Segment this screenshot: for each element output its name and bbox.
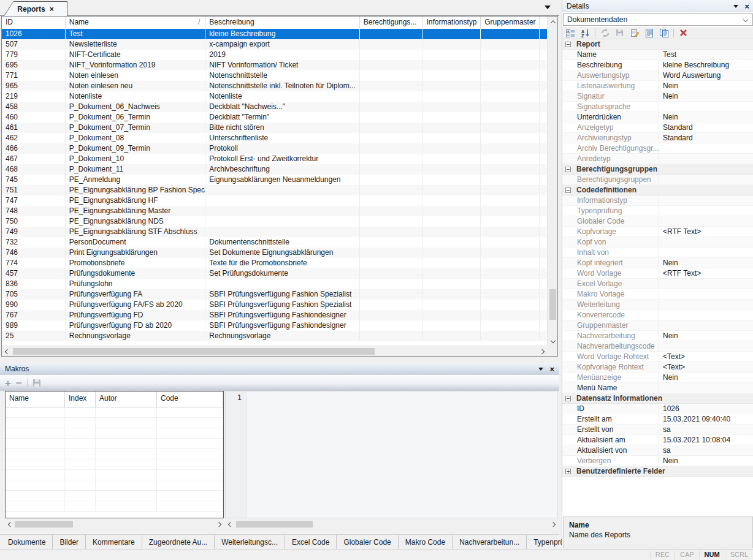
section-header-report[interactable]: Report xyxy=(562,39,753,50)
scroll-left-arrow[interactable] xyxy=(5,520,15,529)
makros-panel-titlebar[interactable]: Makros × xyxy=(0,363,559,375)
makro-code-editor[interactable]: 1 xyxy=(225,391,558,518)
table-row[interactable]: 751PE_Eignungsabklärung BP Fashion Spec.… xyxy=(2,185,547,195)
property-row[interactable]: Kopfvorlage<RTF Text> xyxy=(562,227,753,237)
property-row[interactable]: Gruppenmaster xyxy=(562,320,753,331)
collapse-icon[interactable] xyxy=(565,167,571,172)
property-value[interactable]: Standard xyxy=(659,133,753,143)
table-row[interactable]: 695NIFT_Vorinformation 2019NIFT Vorinfor… xyxy=(2,60,547,70)
table-row[interactable] xyxy=(6,439,223,449)
table-row[interactable]: 990Prüfungsverfügung FA/FS ab 2020SBFI P… xyxy=(2,300,547,310)
property-row[interactable]: ListenauswertungNein xyxy=(562,81,753,91)
property-value[interactable] xyxy=(659,175,753,184)
table-row[interactable] xyxy=(6,449,223,460)
property-row[interactable]: Aktualisiert vonsa xyxy=(562,445,753,456)
remove-icon[interactable]: − xyxy=(16,379,22,388)
tab-dokumente[interactable]: Dokumente xyxy=(1,535,53,549)
section-header-codedefinitionen[interactable]: Codedefinitionen xyxy=(562,185,753,195)
property-value[interactable] xyxy=(659,279,753,289)
column-header-id[interactable]: ID xyxy=(2,17,66,29)
property-row[interactable]: Inhalt von xyxy=(562,248,753,258)
property-value[interactable] xyxy=(659,341,753,351)
table-row[interactable]: 461P_Dokument_07_TerminBitte nicht störe… xyxy=(2,123,547,133)
tab-bilder[interactable]: Bilder xyxy=(53,535,86,549)
table-row[interactable] xyxy=(6,491,223,501)
add-icon[interactable]: + xyxy=(5,379,11,388)
property-row[interactable]: Erstellt am15.03.2021 09:40:40 xyxy=(562,414,753,425)
property-row[interactable]: ID1026 xyxy=(562,404,753,414)
property-value[interactable]: Word Auswertung xyxy=(659,70,753,80)
collapse-icon[interactable] xyxy=(565,187,571,193)
table-row[interactable]: 732PersonDocumentDokumentenschnittstelle xyxy=(2,237,547,248)
save-icon[interactable] xyxy=(32,379,41,387)
makros-grid-horizontal-scrollbar[interactable] xyxy=(5,520,224,529)
property-row[interactable]: Signatursprache xyxy=(562,102,753,112)
refresh-icon[interactable] xyxy=(600,28,610,38)
property-value[interactable]: Nein xyxy=(659,373,753,382)
reports-grid-vertical-scrollbar[interactable] xyxy=(547,17,557,346)
property-value[interactable]: <RTF Text> xyxy=(659,268,753,278)
tab-makro-code[interactable]: Makro Code xyxy=(399,535,453,549)
close-tab-icon[interactable]: × xyxy=(50,6,54,12)
edit-icon[interactable] xyxy=(629,28,640,38)
delete-icon[interactable] xyxy=(678,28,689,38)
editor-text-area[interactable] xyxy=(247,392,557,518)
property-value[interactable] xyxy=(659,102,753,112)
scroll-right-arrow[interactable] xyxy=(213,520,224,529)
property-row[interactable]: ArchivierungstypStandard xyxy=(562,133,753,143)
table-row[interactable]: 460P_Dokument_06_TerminDeckblatt "Termin… xyxy=(2,112,547,123)
table-row[interactable]: 771Noten einlesenNotenschnittstelle xyxy=(2,70,547,81)
property-value[interactable]: Nein xyxy=(659,112,753,122)
property-row[interactable]: Kopf integriertNein xyxy=(562,258,753,268)
property-row[interactable]: Anredetyp xyxy=(562,154,753,164)
table-row[interactable]: 836Prüfungslohn xyxy=(2,279,547,289)
property-row[interactable]: Makro Vorlage xyxy=(562,289,753,300)
property-row[interactable]: Word Vorlage<RTF Text> xyxy=(562,268,753,279)
property-row[interactable]: Informationstyp xyxy=(562,195,753,206)
horizontal-scroll-thumb[interactable] xyxy=(236,521,313,528)
property-row[interactable]: Kopfvorlage Rohtext<Text> xyxy=(562,362,753,373)
table-row[interactable]: 467P_Dokument_10Protokoll Erst- und Zwei… xyxy=(2,154,547,164)
table-row[interactable]: 468P_Dokument_11Archivbeschriftung xyxy=(2,164,547,175)
property-row[interactable]: Typenprüfung xyxy=(562,206,753,216)
editor-horizontal-scrollbar[interactable] xyxy=(225,520,558,529)
property-value[interactable] xyxy=(659,383,753,393)
property-row[interactable]: NameTest xyxy=(562,50,753,60)
details-view-select[interactable]: Dokumentendaten xyxy=(563,13,753,26)
tab-kommentare[interactable]: Kommentare xyxy=(86,535,142,549)
table-row[interactable] xyxy=(6,418,223,428)
tab-reports[interactable]: Reports × xyxy=(4,1,67,16)
property-value[interactable]: Nein xyxy=(659,456,753,466)
column-header-name[interactable]: Name/ xyxy=(66,17,205,29)
table-row[interactable] xyxy=(6,480,223,491)
table-row[interactable] xyxy=(6,428,223,439)
table-row[interactable]: 1026Testkleine Beschreibung xyxy=(2,29,547,39)
collapse-icon[interactable] xyxy=(565,42,571,47)
column-header-gruppenmaster[interactable]: Gruppenmaster xyxy=(481,17,540,29)
property-row[interactable]: Globaler Code xyxy=(562,216,753,227)
property-value[interactable]: Nein xyxy=(659,81,753,91)
table-row[interactable]: 750PE_Eignungsabklärung NDS xyxy=(2,216,547,227)
section-header-datensatz-informationen[interactable]: Datensatz Informationen xyxy=(562,393,753,404)
property-value[interactable] xyxy=(659,206,753,216)
table-row[interactable]: 219NotenlisteNotenliste xyxy=(2,91,547,102)
horizontal-scroll-thumb[interactable] xyxy=(15,521,73,528)
horizontal-scroll-thumb[interactable] xyxy=(13,348,375,355)
panel-close-icon[interactable]: × xyxy=(549,366,554,373)
column-header-code[interactable]: Code xyxy=(157,392,223,407)
table-row[interactable]: 705Prüfungsverfügung FASBFI Prüfungsverf… xyxy=(2,289,547,300)
table-row[interactable] xyxy=(6,501,223,512)
document-icon[interactable] xyxy=(644,28,654,38)
save-icon[interactable] xyxy=(614,28,625,38)
tab-zugeordnete-au-[interactable]: Zugeordnete Au... xyxy=(142,535,215,549)
table-row[interactable]: 25RechnungsvorlageRechnungsvorlage xyxy=(2,331,547,341)
table-row[interactable]: 767Prüfungsverfügung FDSBFI Prüfungsverf… xyxy=(2,310,547,320)
property-row[interactable]: NachverarbeitungNein xyxy=(562,331,753,341)
tab-nachverarbeitun-[interactable]: Nachverarbeitun... xyxy=(453,535,527,549)
property-value[interactable]: <RTF Text> xyxy=(659,227,753,236)
property-value[interactable]: Nein xyxy=(659,258,753,268)
table-row[interactable]: 507Newsletterlistex-campaign export xyxy=(2,39,547,50)
column-header-beschreibung[interactable]: Beschreibung xyxy=(205,17,359,29)
column-header-name[interactable]: Name xyxy=(6,392,65,407)
tab-globaler-code[interactable]: Globaler Code xyxy=(337,535,398,549)
